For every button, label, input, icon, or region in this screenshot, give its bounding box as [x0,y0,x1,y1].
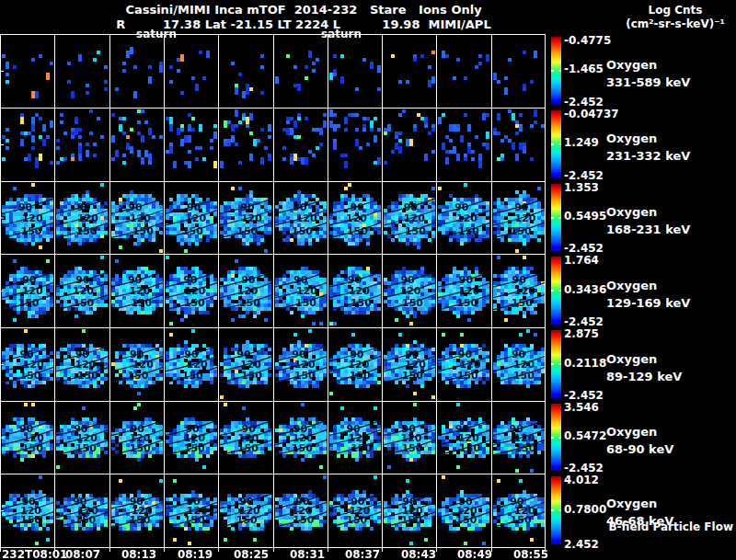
colorbar-mid-label: 0.5472 [564,429,606,442]
time-tick-label: 08:07 [61,548,105,560]
colorbar-mid-tick [558,509,561,511]
colorbar-mid-tick [558,217,561,219]
colorbar-units-line1: Log Cnts [616,4,734,17]
saturn-annotation: saturn [136,28,177,40]
time-tick-label: 08:49 [453,548,497,560]
row-energy-label: Oxygen 331-589 keV [606,56,735,91]
time-tick-label: 08:25 [229,548,273,560]
colorbar-mid-label: 1.249 [564,136,599,149]
colorbar-mid-label: 0.3436 [564,283,606,296]
ephemeris-subtitle: R 17.38 Lat -21.15 LT 2224 L 19.98 MIMI/… [0,17,607,31]
row-energy-label: Oxygen 129-169 keV [606,277,735,312]
colorbar-max-label: 1.764 [564,254,599,267]
colorbar [551,37,561,105]
colorbar-max-label: -0.04737 [564,108,619,120]
energy-range: 331-589 keV [606,74,735,91]
page-title: Cassini/MIMI Inca mTOF 2014-232 Stare Io… [0,3,607,17]
colorbar-max-label: 1.353 [564,181,599,194]
row-energy-label: Oxygen 168-231 keV [606,203,735,238]
inca-panel-grid-canvas [0,34,546,552]
colorbar [551,184,561,251]
colorbar-units-label: Log Cnts (cm²-sr-s-keV)⁻¹ [616,4,734,31]
colorbar-units-line2: (cm²-sr-s-keV)⁻¹ [616,17,734,31]
colorbar-max-label: 4.012 [564,474,599,486]
row-energy-label: Oxygen 231-332 keV [606,130,735,165]
colorbar-max-label: 3.546 [564,401,599,414]
time-tick-label: 08:55 [509,548,553,560]
colorbar-mid-tick [558,70,561,72]
species-name: Oxygen [606,495,735,512]
species-name: Oxygen [606,56,735,74]
species-name: Oxygen [606,130,735,147]
colorbar-mid-tick [551,290,554,291]
colorbar-mid-tick [558,143,561,145]
colorbar-min-label: -2.452 [564,389,604,402]
colorbar-mid-tick [551,143,554,145]
inca-spectrogram-page: Cassini/MIMI Inca mTOF 2014-232 Stare Io… [0,0,736,560]
energy-range: 68-90 keV [606,440,735,458]
time-tick-label: 08:37 [340,548,385,560]
colorbar-min-label: -2.452 [564,242,604,255]
species-name: Oxygen [606,203,735,221]
colorbar-min-label: -2.452 [564,169,604,182]
time-tick-label: 08:13 [117,548,161,560]
colorbar-mid-tick [551,437,554,439]
colorbar-max-label: -0.4775 [564,34,611,47]
colorbar [551,257,561,325]
colorbar-min-label: -2.452 [564,96,604,109]
colorbar [551,404,561,471]
colorbar-mid-label: -1.465 [564,63,604,75]
colorbar [551,330,561,398]
saturn-annotation: saturn [321,28,362,40]
colorbar-mid-tick [551,509,554,511]
colorbar-mid-tick [558,363,561,365]
species-name: Oxygen [606,277,735,294]
energy-range: 168-231 keV [606,221,735,238]
colorbar-mid-tick [551,217,554,219]
species-name: Oxygen [606,350,735,368]
time-tick-label: 08:43 [397,548,441,560]
colorbar-max-label: 2.875 [564,327,599,340]
colorbar-min-label: -2.452 [564,315,604,328]
species-name: Oxygen [606,423,735,440]
colorbar [551,476,561,544]
energy-range: 89-129 keV [606,368,735,385]
bfield-particle-flow-label: B-field Particle Flow [607,520,733,533]
time-tick-label: 232T08:01 [2,548,68,560]
time-tick-label: 08:19 [173,548,217,560]
colorbar-min-label: -2.452 [564,462,604,474]
row-energy-label: Oxygen 68-90 keV [606,423,735,458]
colorbar-min-label: 2.452 [564,538,599,551]
time-tick-label: 08:31 [285,548,329,560]
colorbar-mid-tick [551,70,554,72]
colorbar-mid-label: 0.5495 [564,210,606,223]
colorbar-mid-tick [558,290,561,291]
colorbar-mid-tick [551,363,554,365]
energy-range: 129-169 keV [606,294,735,312]
colorbar-mid-tick [558,437,561,439]
energy-range: 231-332 keV [606,147,735,165]
colorbar-mid-label: 0.2118 [564,357,606,370]
colorbar-mid-label: 0.7800 [564,503,606,516]
row-energy-label: Oxygen 89-129 keV [606,350,735,385]
colorbar [551,110,561,178]
